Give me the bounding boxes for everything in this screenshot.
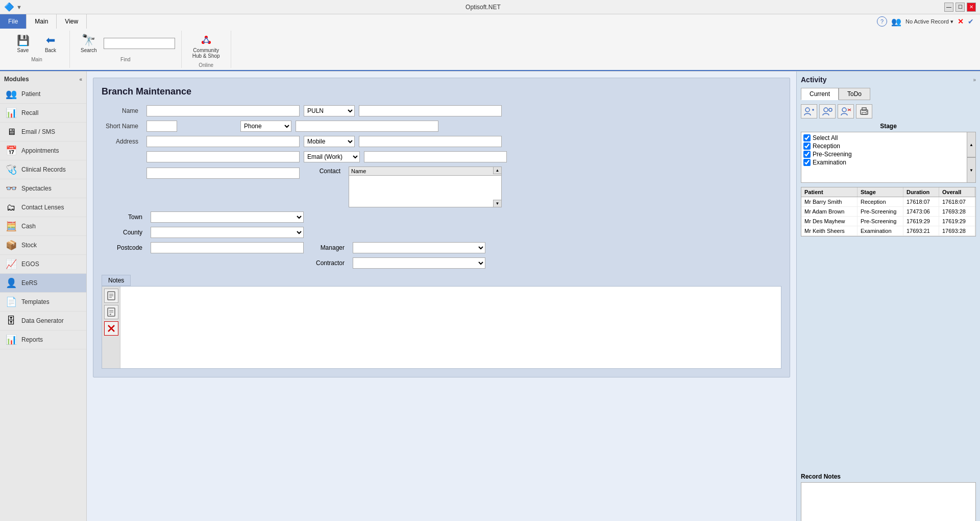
postcode-input[interactable] — [151, 242, 304, 253]
close-record-icon[interactable]: ✕ — [958, 17, 964, 26]
sidebar-item-appointments[interactable]: 📅 Appointments — [0, 141, 86, 160]
sidebar-item-clinical-records[interactable]: 🩺 Clinical Records — [0, 160, 86, 179]
tab-view[interactable]: View — [57, 14, 87, 29]
email-work-input[interactable] — [364, 151, 507, 162]
puln-dropdown[interactable]: PULN — [304, 105, 355, 116]
stage-scroll-up[interactable]: ▲ — [967, 132, 976, 157]
remove-patient-button[interactable] — [838, 104, 854, 119]
mobile-dropdown[interactable]: Mobile — [304, 136, 355, 147]
save-button[interactable]: 💾 Save — [10, 31, 36, 56]
confirm-icon[interactable]: ✔ — [968, 17, 974, 26]
sidebar-item-templates[interactable]: 📄 Templates — [0, 293, 86, 312]
minimize-button[interactable]: — — [944, 3, 953, 12]
address-row-2: Email (Work) — [102, 151, 781, 162]
ribbon-group-find: 🔭 Search Find — [70, 31, 182, 68]
sidebar-item-data-generator[interactable]: 🗄 Data Generator — [0, 312, 86, 330]
maximize-button[interactable]: ☐ — [955, 3, 965, 12]
ribbon-content: 💾 Save ⬅ Back Main 🔭 Search — [0, 29, 980, 71]
table-row[interactable]: Mr Barry Smith Reception 17618:07 17618:… — [801, 197, 975, 207]
address-label: Address — [102, 138, 142, 145]
stage-reception-checkbox[interactable] — [803, 143, 811, 150]
sidebar-item-stock[interactable]: 📦 Stock — [0, 236, 86, 255]
table-row[interactable]: Mr Des Mayhew Pre-Screening 17619:29 176… — [801, 217, 975, 226]
activity-expand-button[interactable]: » — [973, 77, 976, 83]
help-icon[interactable]: ? — [877, 16, 887, 27]
sidebar-item-cash[interactable]: 🧮 Cash — [0, 217, 86, 236]
no-active-record[interactable]: No Active Record ▾ — [905, 18, 953, 25]
sidebar-label-clinical-records: Clinical Records — [21, 166, 66, 173]
record-notes-box[interactable] — [801, 482, 976, 521]
sidebar-item-reports[interactable]: 📊 Reports — [0, 330, 86, 349]
community-hub-button[interactable]: CommunityHub & Shop — [188, 31, 225, 61]
mobile-input[interactable] — [359, 136, 502, 147]
sidebar-item-eers[interactable]: 👤 EeRS — [0, 274, 86, 293]
sidebar-item-patient[interactable]: 👥 Patient — [0, 85, 86, 104]
back-button[interactable]: ⬅ Back — [38, 31, 63, 56]
tab-current[interactable]: Current — [801, 88, 839, 100]
close-window-button[interactable]: ✕ — [967, 3, 976, 12]
name-extra-input[interactable] — [359, 105, 502, 116]
sidebar-collapse-button[interactable]: « — [79, 77, 82, 82]
cell-stage-3: Examination — [857, 226, 903, 235]
notes-tab[interactable]: Notes — [102, 275, 131, 286]
town-dropdown[interactable] — [151, 211, 304, 223]
cell-overall-1: 17693:28 — [939, 207, 975, 216]
sidebar-item-egos[interactable]: 📈 EGOS — [0, 255, 86, 274]
email-work-dropdown[interactable]: Email (Work) — [304, 151, 360, 162]
activity-table: Patient Stage Duration Overall Mr Barry … — [801, 187, 976, 236]
sidebar-item-contact-lenses[interactable]: 🗂 Contact Lenses — [0, 198, 86, 217]
sidebar-label-reports: Reports — [21, 336, 43, 343]
cell-patient-3: Mr Keith Sheers — [801, 226, 857, 235]
back-icon: ⬅ — [43, 33, 58, 48]
stage-reception[interactable]: Reception — [803, 143, 965, 150]
sidebar-item-spectacles[interactable]: 👓 Spectacles — [0, 179, 86, 198]
view-patient-button[interactable] — [819, 104, 836, 119]
phone-dropdown[interactable]: Phone — [240, 121, 291, 132]
record-notes-label: Record Notes — [801, 473, 976, 480]
stage-pre-screening[interactable]: Pre-Screening — [803, 151, 965, 158]
table-row[interactable]: Mr Keith Sheers Examination 17693:21 176… — [801, 226, 975, 236]
address-input-1[interactable] — [146, 136, 300, 147]
contact-scroll-up[interactable]: ▲ — [493, 167, 501, 174]
cell-patient-2: Mr Des Mayhew — [801, 217, 857, 226]
tab-file[interactable]: File — [0, 14, 27, 29]
user-icon: 👥 — [891, 17, 901, 27]
short-name-label: Short Name — [102, 123, 142, 130]
tab-todo[interactable]: ToDo — [839, 88, 870, 100]
short-name-input[interactable] — [146, 121, 177, 132]
notes-content[interactable] — [120, 287, 781, 368]
contact-scroll-down[interactable]: ▼ — [493, 200, 501, 207]
stage-select-all[interactable]: Select All — [803, 134, 965, 141]
name-input[interactable] — [146, 105, 300, 116]
community-hub-icon — [199, 33, 213, 48]
manager-dropdown[interactable] — [353, 242, 485, 253]
add-patient-button[interactable] — [801, 104, 817, 119]
stage-select-all-checkbox[interactable] — [803, 134, 811, 141]
reports-icon: 📊 — [5, 334, 17, 346]
search-button[interactable]: 🔭 Search — [76, 31, 102, 56]
notes-new-button[interactable] — [104, 289, 118, 303]
tab-main[interactable]: Main — [27, 14, 57, 29]
modules-title: Modules — [4, 76, 29, 83]
search-input[interactable] — [104, 38, 175, 49]
notes-delete-button[interactable] — [104, 321, 118, 336]
manager-label: Manager — [308, 244, 349, 251]
branch-maintenance-panel: Branch Maintenance Name PULN Short Name … — [93, 78, 790, 377]
table-row[interactable]: Mr Adam Brown Pre-Screening 17473:06 176… — [801, 207, 975, 217]
county-dropdown[interactable] — [151, 227, 304, 238]
online-group-label: Online — [199, 62, 213, 68]
name-label: Name — [102, 107, 142, 114]
phone-input[interactable] — [296, 121, 438, 132]
contractor-dropdown[interactable] — [353, 257, 485, 269]
stage-pre-screening-checkbox[interactable] — [803, 151, 811, 158]
stage-examination[interactable]: Examination — [803, 159, 965, 166]
sidebar-label-patient: Patient — [21, 90, 40, 98]
print-button[interactable] — [856, 104, 872, 119]
address-input-2[interactable] — [146, 151, 300, 162]
notes-edit-button[interactable] — [104, 305, 118, 319]
stage-scroll-down[interactable]: ▼ — [967, 157, 976, 183]
stage-examination-checkbox[interactable] — [803, 159, 811, 166]
sidebar-item-recall[interactable]: 📊 Recall — [0, 104, 86, 123]
address-input-3[interactable] — [146, 168, 300, 179]
sidebar-item-email-sms[interactable]: 🖥 Email / SMS — [0, 123, 86, 141]
